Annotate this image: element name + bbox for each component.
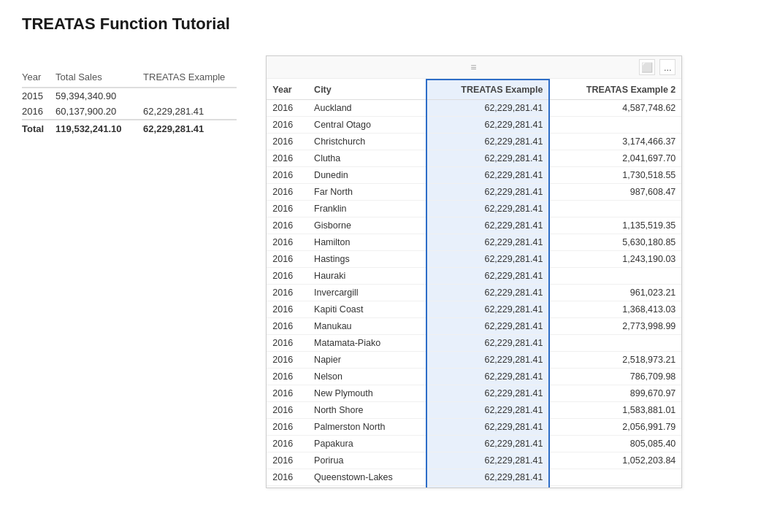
right-row-year: 2016	[267, 352, 308, 369]
right-table-row: 2016 Clutha 62,229,281.41 2,041,697.70	[267, 150, 681, 167]
right-row-city: Kapiti Coast	[308, 301, 426, 318]
right-row-treatas2	[549, 469, 681, 486]
right-row-treatas: 62,229,281.41	[426, 452, 550, 469]
left-row-treatas: 62,229,281.41	[143, 104, 237, 120]
left-row-total-sales: 59,394,340.90	[56, 88, 143, 104]
left-summary-table: Year Total Sales TREATAS Example 2015 59…	[22, 70, 237, 136]
right-table-row: 2016 Invercargill 62,229,281.41 961,023.…	[267, 285, 681, 301]
right-row-year: 2016	[267, 251, 308, 268]
left-total-sales: 119,532,241.10	[56, 120, 143, 136]
right-row-city: Far North	[308, 184, 426, 201]
right-table-row: 2016 Porirua 62,229,281.41 1,052,203.84	[267, 452, 681, 469]
right-row-year: 2016	[267, 318, 308, 335]
right-row-year: 2016	[267, 268, 308, 285]
right-row-city: Hamilton	[308, 234, 426, 251]
left-row-year: 2016	[22, 104, 56, 120]
right-row-year: 2016	[267, 234, 308, 251]
right-row-treatas: 62,229,281.41	[426, 369, 550, 385]
right-row-treatas: 62,229,281.41	[426, 117, 550, 134]
right-table-row: 2016 Gisborne 62,229,281.41 1,135,519.35	[267, 217, 681, 234]
right-row-city: Clutha	[308, 150, 426, 167]
right-row-treatas: 62,229,281.41	[426, 201, 550, 217]
right-row-year: 2016	[267, 486, 308, 488]
right-row-treatas: 62,229,281.41	[426, 234, 550, 251]
right-table-row: 2016 Far North 62,229,281.41 987,608.47	[267, 184, 681, 201]
right-row-treatas: 62,229,281.41	[426, 184, 550, 201]
right-card: ≡ ⬜ ... Year City TREATAS Example TREATA…	[266, 55, 682, 488]
right-row-year: 2016	[267, 285, 308, 301]
right-row-year: 2016	[267, 117, 308, 134]
right-header-city: City	[308, 80, 426, 100]
right-row-city: Christchurch	[308, 134, 426, 150]
right-row-city: Hastings	[308, 251, 426, 268]
right-table-row: 2016 Hamilton 62,229,281.41 5,630,180.85	[267, 234, 681, 251]
right-row-treatas2: 1,052,203.84	[549, 452, 681, 469]
right-table-row: 2016 New Plymouth 62,229,281.41 899,670.…	[267, 385, 681, 402]
right-row-year: 2016	[267, 402, 308, 419]
right-row-treatas2	[549, 201, 681, 217]
more-button[interactable]: ...	[659, 59, 675, 75]
left-total-label: Total	[22, 120, 56, 136]
right-row-treatas2: 805,085.40	[549, 436, 681, 452]
right-table-row: 2016 Manukau 62,229,281.41 2,773,998.99	[267, 318, 681, 335]
right-table-row: 2016 Central Otago 62,229,281.41	[267, 117, 681, 134]
card-topbar: ≡ ⬜ ...	[267, 56, 681, 79]
right-row-city: Gisborne	[308, 217, 426, 234]
right-row-treatas2: 1,243,190.03	[549, 251, 681, 268]
right-row-treatas: 62,229,281.41	[426, 100, 550, 117]
right-table-row: 2016 Matamata-Piako 62,229,281.41	[267, 335, 681, 352]
right-row-city: Queenstown-Lakes	[308, 469, 426, 486]
right-row-treatas: 62,229,281.41	[426, 352, 550, 369]
right-row-year: 2016	[267, 369, 308, 385]
right-row-treatas: 62,229,281.41	[426, 419, 550, 436]
content-area: Year Total Sales TREATAS Example 2015 59…	[22, 55, 755, 488]
right-table-row: 2016 Papakura 62,229,281.41 805,085.40	[267, 436, 681, 452]
right-table-row: 2016 Nelson 62,229,281.41 786,709.98	[267, 369, 681, 385]
right-row-city: Auckland	[308, 100, 426, 117]
right-row-treatas2	[549, 268, 681, 285]
data-table-scroll[interactable]: Year City TREATAS Example TREATAS Exampl…	[267, 79, 681, 487]
right-row-treatas: 62,229,281.41	[426, 285, 550, 301]
right-table-row: 2016 Christchurch 62,229,281.41 3,174,46…	[267, 134, 681, 150]
right-row-treatas: 62,229,281.41	[426, 385, 550, 402]
right-row-treatas: 62,229,281.41	[426, 134, 550, 150]
right-row-treatas: 62,229,281.41	[426, 436, 550, 452]
left-table-row: 2016 60,137,900.20 62,229,281.41	[22, 104, 237, 120]
right-row-treatas: 62,229,281.41	[426, 150, 550, 167]
right-table-row: 2016 Kapiti Coast 62,229,281.41 1,368,41…	[267, 301, 681, 318]
right-row-treatas: 62,229,281.41	[426, 268, 550, 285]
right-row-treatas2: 1,730,518.55	[549, 167, 681, 184]
right-row-city: Dunedin	[308, 167, 426, 184]
page-title: TREATAS Function Tutorial	[22, 15, 755, 34]
right-row-year: 2016	[267, 167, 308, 184]
right-row-treatas: 62,229,281.41	[426, 167, 550, 184]
right-row-city: Manukau	[308, 318, 426, 335]
right-row-treatas2: 987,608.47	[549, 184, 681, 201]
right-row-city: Papakura	[308, 436, 426, 452]
left-header-total-sales: Total Sales	[56, 70, 143, 88]
right-row-treatas2: 1,583,881.01	[549, 402, 681, 419]
right-row-treatas2	[549, 117, 681, 134]
right-table-row: 2016 Franklin 62,229,281.41	[267, 201, 681, 217]
right-row-treatas: 62,229,281.41	[426, 251, 550, 268]
right-row-treatas2: 2,773,998.99	[549, 318, 681, 335]
right-row-treatas: 62,229,281.41	[426, 402, 550, 419]
right-row-treatas2: 786,709.98	[549, 369, 681, 385]
expand-button[interactable]: ⬜	[639, 59, 655, 75]
left-row-treatas	[143, 88, 237, 104]
right-row-treatas: 62,229,281.41	[426, 335, 550, 352]
right-row-treatas2: 961,023.21	[549, 285, 681, 301]
right-row-year: 2016	[267, 335, 308, 352]
right-row-treatas: 62,229,281.41	[426, 217, 550, 234]
right-row-city: Rangitikei	[308, 486, 426, 488]
right-row-treatas2: 5,630,180.85	[549, 234, 681, 251]
right-table-row: 2016 Queenstown-Lakes 62,229,281.41	[267, 469, 681, 486]
right-row-treatas2: 899,670.97	[549, 385, 681, 402]
right-table-row: 2016 Hastings 62,229,281.41 1,243,190.03	[267, 251, 681, 268]
right-row-treatas2: 1,337,881.12	[549, 486, 681, 488]
left-row-total-sales: 60,137,900.20	[56, 104, 143, 120]
right-row-year: 2016	[267, 217, 308, 234]
right-table-row: 2016 Napier 62,229,281.41 2,518,973.21	[267, 352, 681, 369]
right-data-table: Year City TREATAS Example TREATAS Exampl…	[267, 79, 681, 487]
right-row-city: New Plymouth	[308, 385, 426, 402]
